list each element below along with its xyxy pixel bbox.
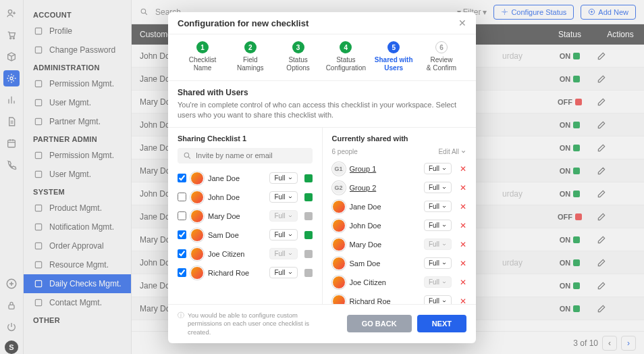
step[interactable]: 1ChecklistName	[180, 41, 225, 72]
shared-user-row: Richard RoeFull ✕	[332, 292, 467, 304]
avatar	[190, 209, 204, 223]
permission-select[interactable]: Full	[424, 201, 452, 212]
permission-select[interactable]: Full	[269, 191, 297, 203]
edit-all-button[interactable]: Edit All	[438, 148, 466, 155]
user-name: Sam Doe	[208, 231, 265, 239]
config-modal: Configuration for new checklist ✕ 1Check…	[168, 12, 476, 343]
section-desc: You're in complete control of who can ac…	[178, 100, 466, 120]
shared-count: 6 people	[332, 148, 358, 155]
user-name: Mary Doe	[350, 241, 420, 249]
avatar	[332, 219, 346, 232]
permission-select[interactable]: Full	[424, 163, 452, 174]
next-button[interactable]: NEXT	[417, 315, 466, 332]
remove-user-button[interactable]: ✕	[460, 202, 466, 211]
avatar	[190, 228, 204, 242]
status-square	[304, 174, 313, 182]
sharing-right-col: Currently shared with 6 people Edit All …	[323, 128, 477, 304]
user-checkbox[interactable]	[178, 249, 186, 258]
foot-note: ⓘ You would be able to configure custom …	[178, 311, 313, 336]
avatar	[190, 191, 204, 204]
user-checkbox[interactable]	[178, 211, 186, 220]
step[interactable]: 6Review& Confirm	[419, 41, 464, 72]
group-avatar: G1	[332, 162, 346, 176]
permission-select: Full	[269, 248, 297, 259]
stepper: 1ChecklistName2FieldNamings3StatusOption…	[168, 34, 476, 81]
shared-user-row: John DoeFull ✕	[332, 216, 467, 235]
user-checkbox[interactable]	[178, 174, 186, 182]
remove-user-button[interactable]: ✕	[460, 221, 466, 230]
avatar	[190, 266, 204, 280]
user-checkbox[interactable]	[178, 268, 186, 277]
permission-select: Full	[269, 210, 297, 222]
remove-user-button[interactable]: ✕	[460, 183, 466, 193]
user-name: Jane Doe	[208, 174, 265, 182]
step[interactable]: 4StatusConfiguration	[323, 41, 368, 72]
permission-select[interactable]: Full	[424, 220, 452, 231]
user-name: Richard Roe	[208, 269, 265, 277]
avatar	[190, 247, 204, 261]
share-user-row: Richard RoeFull	[178, 263, 313, 282]
svg-point-23	[184, 153, 189, 157]
user-name: John Doe	[350, 222, 420, 230]
step[interactable]: 2FieldNamings	[228, 41, 273, 72]
user-checkbox[interactable]	[178, 230, 186, 239]
remove-user-button[interactable]: ✕	[460, 240, 466, 249]
status-square	[304, 193, 313, 201]
user-checkbox[interactable]	[178, 193, 186, 201]
shared-user-row: G2Group 2Full ✕	[332, 178, 467, 197]
invite-input-wrap[interactable]	[178, 148, 313, 163]
currently-shared-title: Currently shared with	[332, 134, 467, 143]
user-name: Joe Citizen	[208, 250, 265, 258]
share-user-row: Joe CitizenFull	[178, 245, 313, 263]
group-avatar: G2	[332, 181, 346, 195]
avatar	[190, 172, 204, 185]
share-user-row: John DoeFull	[178, 188, 313, 207]
step[interactable]: 5Shared withUsers	[371, 41, 416, 72]
modal-title: Configuration for new checklist	[178, 18, 308, 28]
avatar	[332, 276, 346, 289]
user-name: Joe Citizen	[350, 278, 420, 286]
permission-select: Full	[424, 238, 452, 250]
sharing-title: Sharing Checklist 1	[178, 134, 313, 143]
status-square	[304, 250, 313, 258]
shared-user-row: Mary DoeFull ✕	[332, 235, 467, 254]
remove-user-button[interactable]: ✕	[460, 164, 466, 174]
share-user-row: Sam DoeFull	[178, 226, 313, 245]
share-user-row: Mary DoeFull	[178, 207, 313, 226]
permission-select[interactable]: Full	[424, 182, 452, 193]
user-name: Jane Doe	[350, 203, 420, 211]
remove-user-button[interactable]: ✕	[460, 259, 466, 268]
permission-select[interactable]: Full	[269, 267, 297, 278]
user-name: Group 1	[350, 165, 420, 173]
permission-select: Full	[424, 276, 452, 288]
status-square	[304, 269, 313, 277]
shared-user-row: Joe CitizenFull ✕	[332, 273, 467, 292]
go-back-button[interactable]: GO BACK	[347, 315, 412, 332]
user-name: Sam Doe	[350, 259, 420, 268]
share-user-row: Jane DoeFull	[178, 169, 313, 188]
permission-select[interactable]: Full	[269, 229, 297, 241]
avatar	[332, 257, 346, 270]
avatar	[332, 238, 346, 251]
remove-user-button[interactable]: ✕	[460, 297, 466, 304]
status-square	[304, 231, 313, 239]
section-title: Shared with Users	[178, 88, 466, 97]
invite-input[interactable]	[196, 151, 307, 159]
user-name: John Doe	[208, 193, 265, 201]
close-icon[interactable]: ✕	[458, 18, 466, 28]
modal-overlay: Configuration for new checklist ✕ 1Check…	[0, 0, 644, 354]
sharing-left-col: Sharing Checklist 1 Jane DoeFull John Do…	[168, 128, 323, 304]
shared-user-row: Jane DoeFull ✕	[332, 197, 467, 216]
step[interactable]: 3StatusOptions	[276, 41, 321, 72]
info-icon: ⓘ	[178, 311, 184, 336]
status-square	[304, 212, 313, 220]
avatar	[332, 295, 346, 304]
user-name: Richard Roe	[350, 297, 420, 304]
permission-select[interactable]: Full	[424, 295, 452, 304]
permission-select[interactable]: Full	[424, 257, 452, 269]
shared-user-row: Sam DoeFull ✕	[332, 254, 467, 273]
user-name: Mary Doe	[208, 212, 265, 220]
permission-select[interactable]: Full	[269, 172, 297, 184]
shared-user-row: G1Group 1Full ✕	[332, 159, 467, 178]
remove-user-button[interactable]: ✕	[460, 278, 466, 287]
